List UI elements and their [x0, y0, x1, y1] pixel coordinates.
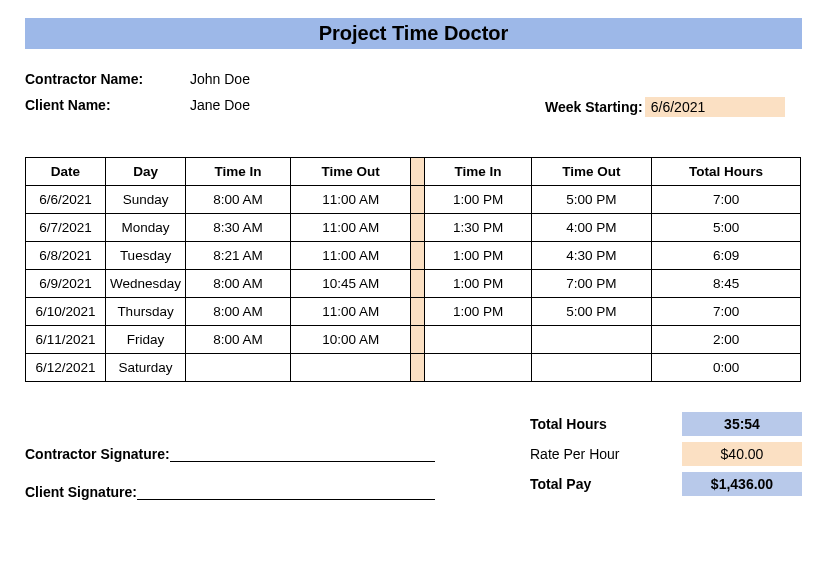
- cell-time-out-1: [290, 354, 411, 382]
- totals-block: Total Hours 35:54 Rate Per Hour $40.00 T…: [522, 412, 802, 502]
- cell-time-out-2: 5:00 PM: [531, 298, 652, 326]
- total-hours-row: Total Hours 35:54: [522, 412, 802, 436]
- contractor-row: Contractor Name: John Doe: [25, 71, 802, 87]
- rate-row: Rate Per Hour $40.00: [522, 442, 802, 466]
- cell-time-in-2: 1:00 PM: [425, 270, 531, 298]
- total-hours-value: 35:54: [682, 412, 802, 436]
- cell-date: 6/7/2021: [26, 214, 106, 242]
- cell-time-in-2: 1:00 PM: [425, 242, 531, 270]
- table-row: 6/8/2021Tuesday8:21 AM11:00 AM1:00 PM4:3…: [26, 242, 801, 270]
- client-signature-line[interactable]: [137, 484, 435, 500]
- page-title: Project Time Doctor: [25, 22, 802, 45]
- cell-day: Thursday: [106, 298, 186, 326]
- cell-day: Sunday: [106, 186, 186, 214]
- col-total-hours: Total Hours: [652, 158, 801, 186]
- client-week-row: Client Name: Jane Doe Week Starting: 6/6…: [25, 97, 802, 117]
- table-row: 6/10/2021Thursday8:00 AM11:00 AM1:00 PM5…: [26, 298, 801, 326]
- gap-cell: [411, 326, 425, 354]
- table-row: 6/11/2021Friday8:00 AM10:00 AM2:00: [26, 326, 801, 354]
- cell-time-in-1: 8:00 AM: [186, 326, 291, 354]
- cell-time-in-2: [425, 354, 531, 382]
- cell-time-out-1: 11:00 AM: [290, 298, 411, 326]
- cell-time-out-2: [531, 354, 652, 382]
- total-pay-value: $1,436.00: [682, 472, 802, 496]
- cell-date: 6/10/2021: [26, 298, 106, 326]
- gap-cell: [411, 354, 425, 382]
- total-pay-label: Total Pay: [522, 476, 682, 492]
- client-name-value: Jane Doe: [190, 97, 250, 117]
- rate-value: $40.00: [682, 442, 802, 466]
- cell-time-out-2: [531, 326, 652, 354]
- cell-time-out-1: 11:00 AM: [290, 242, 411, 270]
- cell-time-out-2: 4:30 PM: [531, 242, 652, 270]
- table-row: 6/7/2021Monday8:30 AM11:00 AM1:30 PM4:00…: [26, 214, 801, 242]
- cell-time-out-1: 11:00 AM: [290, 186, 411, 214]
- rate-label: Rate Per Hour: [522, 446, 682, 462]
- contractor-name-value: John Doe: [190, 71, 250, 87]
- cell-time-out-2: 4:00 PM: [531, 214, 652, 242]
- client-signature-label: Client Signature:: [25, 484, 137, 500]
- col-date: Date: [26, 158, 106, 186]
- gap-cell: [411, 214, 425, 242]
- table-row: 6/12/2021Saturday0:00: [26, 354, 801, 382]
- cell-total-hours: 8:45: [652, 270, 801, 298]
- table-row: 6/6/2021Sunday8:00 AM11:00 AM1:00 PM5:00…: [26, 186, 801, 214]
- cell-total-hours: 2:00: [652, 326, 801, 354]
- timesheet-table: Date Day Time In Time Out Time In Time O…: [25, 157, 801, 382]
- cell-time-in-1: 8:21 AM: [186, 242, 291, 270]
- cell-time-in-1: 8:00 AM: [186, 298, 291, 326]
- client-name-label: Client Name:: [25, 97, 190, 117]
- cell-time-out-1: 10:00 AM: [290, 326, 411, 354]
- cell-total-hours: 5:00: [652, 214, 801, 242]
- contractor-signature-row: Contractor Signature:: [25, 446, 435, 462]
- cell-date: 6/11/2021: [26, 326, 106, 354]
- cell-time-in-1: 8:30 AM: [186, 214, 291, 242]
- table-row: 6/9/2021Wednesday8:00 AM10:45 AM1:00 PM7…: [26, 270, 801, 298]
- cell-time-in-2: 1:00 PM: [425, 186, 531, 214]
- col-time-in-1: Time In: [186, 158, 291, 186]
- total-pay-row: Total Pay $1,436.00: [522, 472, 802, 496]
- cell-time-out-2: 7:00 PM: [531, 270, 652, 298]
- cell-total-hours: 7:00: [652, 186, 801, 214]
- client-signature-row: Client Signature:: [25, 484, 435, 500]
- week-starting-label: Week Starting:: [545, 99, 643, 115]
- summary-section: Contractor Signature: Client Signature: …: [25, 412, 802, 522]
- cell-date: 6/9/2021: [26, 270, 106, 298]
- cell-total-hours: 6:09: [652, 242, 801, 270]
- gap-cell: [411, 242, 425, 270]
- contractor-signature-label: Contractor Signature:: [25, 446, 170, 462]
- cell-total-hours: 7:00: [652, 298, 801, 326]
- week-starting-value: 6/6/2021: [645, 97, 785, 117]
- contractor-signature-line[interactable]: [170, 446, 435, 462]
- col-time-in-2: Time In: [425, 158, 531, 186]
- gap-column: [411, 158, 425, 186]
- cell-day: Friday: [106, 326, 186, 354]
- gap-cell: [411, 270, 425, 298]
- cell-time-out-1: 10:45 AM: [290, 270, 411, 298]
- cell-total-hours: 0:00: [652, 354, 801, 382]
- gap-cell: [411, 186, 425, 214]
- cell-time-out-2: 5:00 PM: [531, 186, 652, 214]
- title-bar: Project Time Doctor: [25, 18, 802, 49]
- cell-time-in-1: [186, 354, 291, 382]
- total-hours-label: Total Hours: [522, 416, 682, 432]
- table-header-row: Date Day Time In Time Out Time In Time O…: [26, 158, 801, 186]
- cell-time-in-2: 1:00 PM: [425, 298, 531, 326]
- cell-time-in-1: 8:00 AM: [186, 186, 291, 214]
- cell-time-in-2: [425, 326, 531, 354]
- cell-date: 6/12/2021: [26, 354, 106, 382]
- col-time-out-1: Time Out: [290, 158, 411, 186]
- cell-date: 6/6/2021: [26, 186, 106, 214]
- cell-day: Monday: [106, 214, 186, 242]
- cell-day: Wednesday: [106, 270, 186, 298]
- contractor-name-label: Contractor Name:: [25, 71, 190, 87]
- signature-block: Contractor Signature: Client Signature:: [25, 446, 435, 522]
- cell-time-out-1: 11:00 AM: [290, 214, 411, 242]
- col-day: Day: [106, 158, 186, 186]
- cell-time-in-2: 1:30 PM: [425, 214, 531, 242]
- cell-day: Tuesday: [106, 242, 186, 270]
- col-time-out-2: Time Out: [531, 158, 652, 186]
- cell-time-in-1: 8:00 AM: [186, 270, 291, 298]
- cell-date: 6/8/2021: [26, 242, 106, 270]
- cell-day: Saturday: [106, 354, 186, 382]
